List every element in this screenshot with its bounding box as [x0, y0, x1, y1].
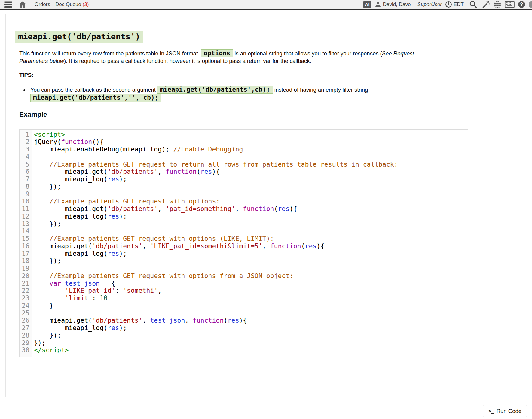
ai-badge-button[interactable]: AI — [363, 1, 371, 8]
help-button[interactable]: ? — [518, 1, 525, 8]
clipped-icon — [529, 1, 532, 8]
code-text: mieapi.get('db/patients', 'LIKE_pat_id=s… — [32, 243, 324, 250]
inline-code-tip-2: mieapi.get('db/patients','', cb); — [30, 94, 161, 102]
code-text — [32, 310, 38, 317]
code-line: 28 }); — [20, 332, 468, 339]
nav-doc-queue[interactable]: Doc Queue (3) — [55, 2, 89, 8]
line-number: 21 — [20, 280, 32, 287]
doc-queue-label: Doc Queue — [55, 2, 81, 7]
code-text: jQuery(function(){ — [32, 138, 104, 146]
line-number: 2 — [20, 138, 32, 146]
menu-button[interactable] — [4, 1, 12, 8]
code-text: mieapi_log(res); — [32, 176, 127, 183]
tips-list: You can pass the callback as the second … — [19, 86, 468, 102]
search-button[interactable] — [469, 0, 477, 8]
code-text: mieapi_log(res); — [32, 324, 127, 332]
code-line: 3 mieapi.enableDebug(mieapi_log); //Enab… — [20, 146, 468, 153]
code-text: var test_json = { — [32, 280, 115, 287]
code-text: mieapi.enableDebug(mieapi_log); //Enable… — [32, 146, 243, 153]
terminal-prompt-icon: >_ — [488, 408, 494, 414]
code-line: 11 mieapi.get('db/patients', 'pat_id=som… — [20, 205, 468, 213]
line-number: 9 — [20, 191, 32, 198]
timezone-button[interactable]: EDT — [445, 1, 464, 8]
code-line: 9 — [20, 191, 468, 198]
user-name: David, Dave — [383, 2, 411, 8]
tip-text-2: instead of having an empty filter string — [273, 87, 368, 93]
code-text: //Example patients GET request with opti… — [32, 235, 274, 243]
timezone-label: EDT — [454, 2, 464, 8]
code-text — [32, 228, 38, 235]
intro-italic-1: See Request — [382, 50, 414, 57]
nav-orders[interactable]: Orders — [35, 2, 50, 8]
tools-button[interactable] — [482, 0, 490, 9]
tip-item: You can pass the callback as the second … — [29, 86, 468, 102]
line-number: 15 — [20, 235, 32, 243]
code-text: //Example patients GET request with opti… — [32, 272, 293, 280]
edge-button[interactable] — [529, 1, 532, 8]
user-icon — [375, 1, 381, 8]
inline-code-tip-1: mieapi.get('db/patients',cb); — [157, 86, 273, 94]
svg-text:?: ? — [520, 2, 523, 7]
code-text — [32, 265, 38, 272]
line-number: 4 — [20, 153, 32, 161]
code-line: 24 } — [20, 302, 468, 310]
code-line: 6 mieapi.get('db/patients', function(res… — [20, 168, 468, 176]
line-number: 5 — [20, 161, 32, 168]
code-line: 25 — [20, 310, 468, 317]
line-number: 1 — [20, 131, 32, 139]
code-text: }); — [32, 220, 61, 228]
page-title: mieapi.get('db/patients') — [15, 31, 143, 43]
code-text: //Example patients GET request with opti… — [32, 198, 220, 205]
clock-icon — [445, 1, 452, 8]
line-number: 24 — [20, 302, 32, 310]
code-line: 4 — [20, 153, 468, 161]
language-button[interactable] — [494, 1, 501, 8]
inline-code-options: options — [201, 49, 233, 57]
code-line: 18 }); — [20, 257, 468, 265]
code-line: 29}); — [20, 339, 468, 347]
code-line: 30</script> — [20, 347, 468, 354]
user-menu[interactable]: David, Dave - SuperUser — [375, 1, 442, 8]
line-number: 23 — [20, 295, 32, 302]
user-role: - SuperUser — [414, 2, 442, 8]
code-text: mieapi_log(res); — [32, 213, 127, 220]
help-icon: ? — [518, 1, 525, 8]
code-line: 8 }); — [20, 183, 468, 191]
code-line: 20 //Example patients GET request with o… — [20, 272, 468, 280]
code-text — [32, 153, 38, 161]
code-text: mieapi.get('db/patients', function(res){ — [32, 168, 220, 176]
run-code-button[interactable]: >_ Run Code — [483, 405, 527, 417]
tip-text-1: You can pass the callback as the second … — [30, 87, 157, 93]
code-line: 1<script> — [20, 131, 468, 139]
line-number: 22 — [20, 287, 32, 295]
code-line: 21 var test_json = { — [20, 280, 468, 287]
code-line: 23 'limit': 10 — [20, 295, 468, 302]
intro-paragraph: This function will return every row from… — [19, 50, 469, 65]
keyboard-icon — [505, 1, 515, 8]
example-heading: Example — [19, 111, 528, 118]
magic-wand-icon — [482, 0, 490, 9]
line-number: 20 — [20, 272, 32, 280]
line-number: 18 — [20, 257, 32, 265]
code-text: mieapi.get('db/patients', test_json, fun… — [32, 317, 247, 324]
code-example: 1<script>2jQuery(function(){3 mieapi.ena… — [19, 129, 468, 358]
code-line: 17 mieapi_log(res); — [20, 250, 468, 258]
line-number: 8 — [20, 183, 32, 191]
keyboard-button[interactable] — [505, 1, 515, 8]
code-text: mieapi.get('db/patients', 'pat_id=someth… — [32, 205, 297, 213]
code-text: 'LIKE_pat_id': 'somethi', — [32, 287, 162, 295]
code-line: 12 mieapi_log(res); — [20, 213, 468, 220]
line-number: 14 — [20, 228, 32, 235]
search-icon — [469, 0, 477, 8]
code-line: 14 — [20, 228, 468, 235]
code-text — [32, 191, 38, 198]
code-line: 22 'LIKE_pat_id': 'somethi', — [20, 287, 468, 295]
code-line: 2jQuery(function(){ — [20, 138, 468, 146]
globe-icon — [494, 1, 501, 8]
code-lines: 1<script>2jQuery(function(){3 mieapi.ena… — [20, 131, 468, 354]
code-text: } — [32, 302, 53, 310]
home-button[interactable] — [19, 1, 26, 8]
intro-text-3: ). It is required to pass a callback fun… — [64, 58, 311, 64]
code-text: mieapi_log(res); — [32, 250, 127, 258]
code-line: 16 mieapi.get('db/patients', 'LIKE_pat_i… — [20, 243, 468, 250]
